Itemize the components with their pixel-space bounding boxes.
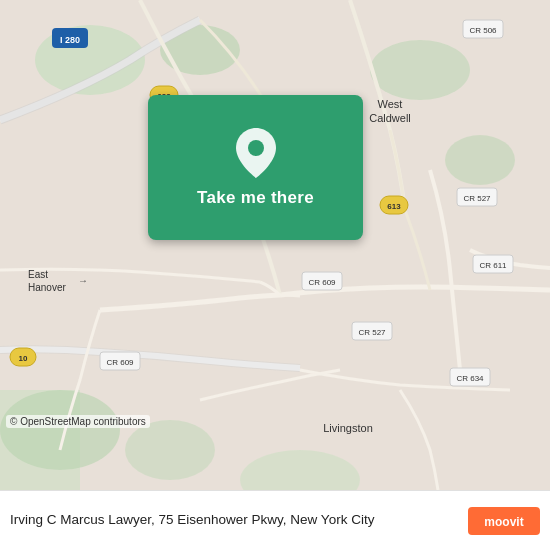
osm-credit: © OpenStreetMap contributors xyxy=(6,415,150,428)
svg-point-3 xyxy=(370,40,470,100)
svg-point-6 xyxy=(0,390,120,470)
svg-text:CR 609: CR 609 xyxy=(308,278,336,287)
take-me-there-button[interactable]: Take me there xyxy=(197,188,314,208)
svg-text:→: → xyxy=(78,275,88,286)
svg-text:West: West xyxy=(378,98,403,110)
svg-text:CR 609: CR 609 xyxy=(106,358,134,367)
svg-text:10: 10 xyxy=(19,354,28,363)
svg-text:East: East xyxy=(28,269,48,280)
location-pin-icon xyxy=(236,128,276,178)
svg-text:CR 527: CR 527 xyxy=(463,194,491,203)
svg-text:Caldwell: Caldwell xyxy=(369,112,411,124)
svg-text:CR 611: CR 611 xyxy=(479,261,507,270)
svg-text:Livingston: Livingston xyxy=(323,422,373,434)
map-container: I 280 632 613 CR 506 CR 527 CR 611 CR 60… xyxy=(0,0,550,490)
address-text: Irving C Marcus Lawyer, 75 Eisenhower Pk… xyxy=(10,511,468,530)
svg-text:CR 506: CR 506 xyxy=(469,26,497,35)
action-card[interactable]: Take me there xyxy=(148,95,363,240)
svg-point-4 xyxy=(445,135,515,185)
svg-point-37 xyxy=(248,140,264,156)
svg-text:moovit: moovit xyxy=(484,515,523,529)
svg-text:613: 613 xyxy=(387,202,401,211)
svg-text:I 280: I 280 xyxy=(60,35,80,45)
moovit-logo: moovit xyxy=(468,507,540,535)
svg-text:CR 527: CR 527 xyxy=(358,328,386,337)
moovit-logo-icon: moovit xyxy=(468,507,540,535)
svg-point-7 xyxy=(125,420,215,480)
address-label: Irving C Marcus Lawyer, 75 Eisenhower Pk… xyxy=(10,512,374,527)
bottom-bar: Irving C Marcus Lawyer, 75 Eisenhower Pk… xyxy=(0,490,550,550)
svg-text:CR 634: CR 634 xyxy=(456,374,484,383)
svg-text:Hanover: Hanover xyxy=(28,282,66,293)
